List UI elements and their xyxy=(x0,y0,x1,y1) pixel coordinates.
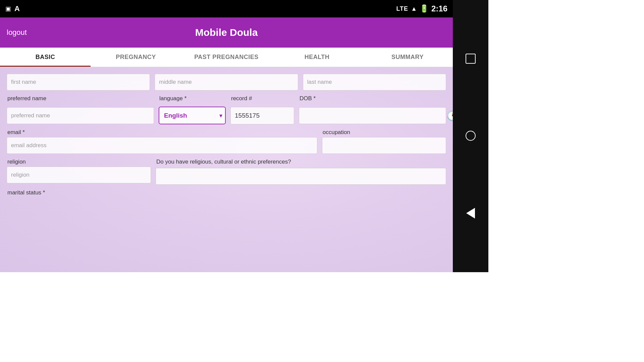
dob-wrapper: 🕐 xyxy=(299,107,446,124)
first-name-group xyxy=(7,74,150,90)
battery-icon: 🔋 xyxy=(420,4,429,13)
tab-past-pregnancies[interactable]: PAST PREGNANCIES xyxy=(181,48,272,67)
dob-label: DOB * xyxy=(299,95,446,102)
app-title: Mobile Doula xyxy=(195,27,258,38)
lte-label: LTE xyxy=(396,5,408,12)
preferred-name-group: preferred name xyxy=(7,95,154,102)
basic-form: preferred name language * record # DOB * xyxy=(7,74,446,201)
religion-question-group: Do you have religious, cultural or ethni… xyxy=(156,159,446,185)
middle-name-group xyxy=(155,74,298,90)
logout-button[interactable]: logout xyxy=(7,28,27,37)
tab-summary[interactable]: SUMMARY xyxy=(362,48,453,67)
religion-group: religion xyxy=(7,159,151,185)
record-input-group xyxy=(230,107,294,124)
language-select-wrapper: English Spanish French Other ▾ xyxy=(159,107,226,124)
back-nav-icon[interactable] xyxy=(466,208,475,219)
dob-group: DOB * xyxy=(299,95,446,102)
nav-bar xyxy=(453,0,488,272)
email-occupation-row: email * occupation xyxy=(7,129,446,159)
dob-input[interactable] xyxy=(299,107,446,124)
tab-health[interactable]: HEALTH xyxy=(272,48,362,67)
language-group: language * xyxy=(159,95,226,102)
tab-pregnancy[interactable]: PREGNANCY xyxy=(91,48,181,67)
marital-status-label: marital status * xyxy=(7,189,446,196)
language-select[interactable]: English Spanish French Other xyxy=(159,107,226,124)
religion-input[interactable] xyxy=(7,167,151,183)
record-group: record # xyxy=(230,95,294,102)
font-icon: A xyxy=(14,4,20,13)
first-name-input[interactable] xyxy=(7,74,150,90)
labels-row-2: preferred name language * record # DOB * xyxy=(7,95,446,107)
circle-nav-icon[interactable] xyxy=(466,131,476,141)
record-input[interactable] xyxy=(230,107,294,124)
main-content: preferred name language * record # DOB * xyxy=(0,67,453,272)
language-select-group: English Spanish French Other ▾ xyxy=(159,107,226,124)
name-row xyxy=(7,74,446,95)
phone-screen: ▣ A LTE ▲ 🔋 2:16 logout Mobile Doula BAS… xyxy=(0,0,453,272)
inputs-row-2: English Spanish French Other ▾ xyxy=(7,107,446,129)
email-label: email * xyxy=(7,129,317,136)
clock-icon[interactable]: 🕐 xyxy=(446,110,453,121)
status-bar: ▣ A LTE ▲ 🔋 2:16 xyxy=(0,0,453,17)
square-nav-icon[interactable] xyxy=(466,54,476,64)
marital-status-group: marital status * xyxy=(7,189,446,196)
marital-row: marital status * xyxy=(7,189,446,201)
last-name-input[interactable] xyxy=(303,74,446,90)
preferred-language-row: preferred name language * record # DOB * xyxy=(7,95,446,129)
status-bar-right: LTE ▲ 🔋 2:16 xyxy=(396,4,447,13)
email-input[interactable] xyxy=(7,137,317,154)
middle-name-input[interactable] xyxy=(155,74,298,90)
app-header: logout Mobile Doula xyxy=(0,17,453,48)
dob-input-group: 🕐 xyxy=(299,107,446,124)
occupation-input[interactable] xyxy=(322,137,446,154)
tab-bar: BASIC PREGNANCY PAST PREGNANCIES HEALTH … xyxy=(0,48,453,67)
preferred-name-input[interactable] xyxy=(7,107,154,124)
language-label: language * xyxy=(159,95,226,102)
occupation-group: occupation xyxy=(322,129,446,154)
clock-display: 2:16 xyxy=(431,4,447,13)
record-label: record # xyxy=(230,95,294,102)
religion-label: religion xyxy=(7,159,151,165)
religion-row: religion Do you have religious, cultural… xyxy=(7,159,446,189)
signal-icon: ▲ xyxy=(411,5,417,12)
email-group: email * xyxy=(7,129,317,154)
preferred-name-label: preferred name xyxy=(7,95,154,102)
religion-answer-input[interactable] xyxy=(156,168,446,185)
sim-card-icon: ▣ xyxy=(5,5,11,12)
last-name-group xyxy=(303,74,446,90)
status-bar-left: ▣ A xyxy=(5,4,20,13)
preferred-name-input-group xyxy=(7,107,154,124)
occupation-label: occupation xyxy=(322,129,446,136)
religion-question-label: Do you have religious, cultural or ethni… xyxy=(156,159,446,167)
tab-basic[interactable]: BASIC xyxy=(0,48,91,67)
